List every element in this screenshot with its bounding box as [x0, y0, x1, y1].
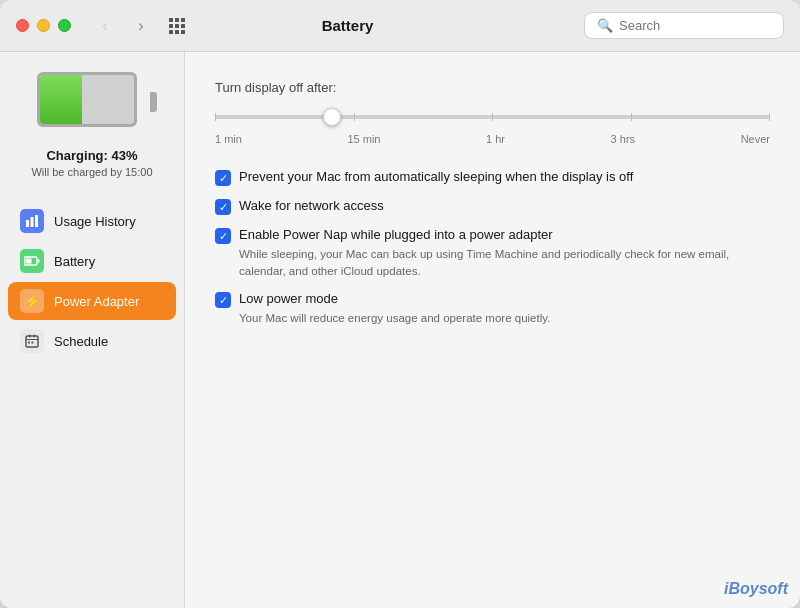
power-adapter-label: Power Adapter: [54, 294, 139, 309]
sidebar-item-schedule[interactable]: Schedule: [8, 322, 176, 360]
option-row-wake-network: ✓ Wake for network access: [215, 198, 770, 215]
checkbox-wake-network[interactable]: ✓: [215, 199, 231, 215]
label-1hr: 1 hr: [486, 133, 505, 145]
battery-label: Battery: [54, 254, 95, 269]
battery-status: Charging: 43% Will be charged by 15:00: [31, 148, 152, 178]
option-row-prevent-sleep: ✓ Prevent your Mac from automatically sl…: [215, 169, 770, 186]
slider-fill: [215, 115, 337, 119]
slider-track-wrapper[interactable]: [215, 107, 770, 127]
slider-thumb[interactable]: [323, 108, 341, 126]
checkmark-prevent-sleep: ✓: [219, 173, 228, 184]
option-desc-low-power: Your Mac will reduce energy usage and op…: [239, 310, 770, 327]
svg-rect-10: [28, 342, 30, 344]
option-wake-network: ✓ Wake for network access: [215, 198, 770, 215]
battery-illustration: [37, 72, 147, 132]
option-power-nap: ✓ Enable Power Nap while plugged into a …: [215, 227, 770, 279]
svg-rect-11: [32, 342, 34, 344]
label-never: Never: [741, 133, 770, 145]
label-1min: 1 min: [215, 133, 242, 145]
slider-container: Turn display off after: 1 mi: [215, 80, 770, 145]
power-adapter-icon: ⚡: [20, 289, 44, 313]
svg-rect-9: [26, 339, 38, 340]
schedule-icon: [20, 329, 44, 353]
sidebar: Charging: 43% Will be charged by 15:00 U…: [0, 52, 185, 608]
usage-history-label: Usage History: [54, 214, 136, 229]
search-icon: 🔍: [597, 18, 613, 33]
schedule-label: Schedule: [54, 334, 108, 349]
battery-nav-icon: [20, 249, 44, 273]
window-title: Battery: [111, 17, 584, 34]
sidebar-item-power-adapter[interactable]: ⚡ Power Adapter: [8, 282, 176, 320]
label-15min: 15 min: [347, 133, 380, 145]
option-label-wake-network: Wake for network access: [239, 198, 384, 213]
checkmark-low-power: ✓: [219, 295, 228, 306]
main-area: Charging: 43% Will be charged by 15:00 U…: [0, 52, 800, 608]
svg-rect-0: [26, 220, 29, 227]
option-prevent-sleep: ✓ Prevent your Mac from automatically sl…: [215, 169, 770, 186]
battery-fill: [40, 75, 82, 124]
system-preferences-window: ‹ › Battery 🔍: [0, 0, 800, 608]
battery-body: [37, 72, 137, 127]
checkbox-prevent-sleep[interactable]: ✓: [215, 170, 231, 186]
slider-labels: 1 min 15 min 1 hr 3 hrs Never: [215, 133, 770, 145]
option-label-low-power: Low power mode: [239, 291, 338, 306]
svg-rect-5: [26, 259, 32, 264]
svg-rect-7: [29, 335, 31, 338]
sidebar-item-battery[interactable]: Battery: [8, 242, 176, 280]
checkbox-power-nap[interactable]: ✓: [215, 228, 231, 244]
svg-rect-1: [31, 217, 34, 227]
minimize-button[interactable]: [37, 19, 50, 32]
svg-rect-2: [35, 215, 38, 227]
battery-charged-by: Will be charged by 15:00: [31, 166, 152, 178]
titlebar: ‹ › Battery 🔍: [0, 0, 800, 52]
svg-rect-8: [34, 335, 36, 338]
option-low-power: ✓ Low power mode Your Mac will reduce en…: [215, 291, 770, 327]
option-label-prevent-sleep: Prevent your Mac from automatically slee…: [239, 169, 633, 184]
checkmark-power-nap: ✓: [219, 231, 228, 242]
svg-rect-4: [38, 260, 40, 263]
option-label-power-nap: Enable Power Nap while plugged into a po…: [239, 227, 553, 242]
content-area: Turn display off after: 1 mi: [185, 52, 800, 608]
option-row-low-power: ✓ Low power mode: [215, 291, 770, 308]
close-button[interactable]: [16, 19, 29, 32]
usage-history-icon: [20, 209, 44, 233]
slider-track: [215, 115, 770, 119]
search-bar[interactable]: 🔍: [584, 12, 784, 39]
sidebar-nav: Usage History Battery ⚡: [0, 202, 184, 360]
option-desc-power-nap: While sleeping, your Mac can back up usi…: [239, 246, 770, 279]
label-3hrs: 3 hrs: [611, 133, 635, 145]
traffic-lights: [16, 19, 71, 32]
search-input[interactable]: [619, 18, 771, 33]
options-list: ✓ Prevent your Mac from automatically sl…: [215, 169, 770, 327]
checkbox-low-power[interactable]: ✓: [215, 292, 231, 308]
battery-tip: [150, 92, 157, 112]
maximize-button[interactable]: [58, 19, 71, 32]
slider-label: Turn display off after:: [215, 80, 770, 95]
sidebar-item-usage-history[interactable]: Usage History: [8, 202, 176, 240]
battery-charging-text: Charging: 43%: [31, 148, 152, 163]
option-row-power-nap: ✓ Enable Power Nap while plugged into a …: [215, 227, 770, 244]
checkmark-wake-network: ✓: [219, 202, 228, 213]
